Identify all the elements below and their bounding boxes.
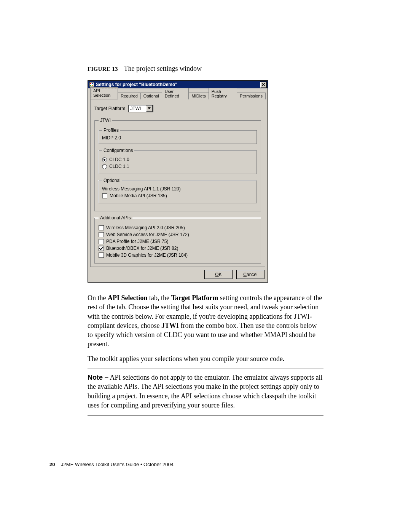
svg-rect-3: [90, 85, 91, 86]
checkbox-icon: [102, 193, 107, 198]
note-text: API selections do not apply to the emula…: [88, 374, 323, 409]
body-paragraph-2: The toolkit applies your selections when…: [88, 354, 323, 363]
radio-icon: [102, 157, 107, 162]
figure-label: FIGURE 13 The project settings window: [88, 65, 323, 73]
close-icon: [262, 83, 265, 86]
chevron-down-icon[interactable]: [146, 105, 153, 112]
jtwi-group: JTWI Profiles MIDP 2.0 Configurations CL…: [94, 118, 261, 211]
tab-optional[interactable]: Optional: [140, 93, 162, 99]
configurations-group: Configurations CLDC 1.0 CLDC 1.1: [99, 148, 257, 174]
tab-api-selection[interactable]: API Selection: [90, 87, 118, 99]
ok-button[interactable]: OK: [204, 270, 233, 279]
check-label: PDA Profile for J2ME (JSR 75): [106, 239, 168, 244]
body-paragraph-1: On the API Selection tab, the Target Pla…: [88, 293, 323, 349]
checkbox-icon: [99, 232, 104, 237]
svg-rect-2: [92, 83, 93, 84]
radio-label: CLDC 1.0: [109, 157, 129, 162]
horizontal-rule: [88, 369, 323, 369]
tab-required[interactable]: Required: [118, 93, 141, 99]
radio-cldc-1-0[interactable]: CLDC 1.0: [102, 157, 253, 162]
svg-rect-0: [89, 82, 94, 87]
page-number: 20: [49, 462, 55, 467]
tab-user-defined[interactable]: User Defined: [162, 88, 189, 99]
tab-midlets[interactable]: MIDlets: [188, 93, 209, 99]
check-mmapi[interactable]: Mobile Media API (JSR 135): [102, 193, 253, 198]
checkbox-icon: [99, 246, 104, 251]
radio-cldc-1-1[interactable]: CLDC 1.1: [102, 164, 253, 169]
check-mobile-3d[interactable]: Mobile 3D Graphics for J2ME (JSR 184): [99, 252, 257, 258]
check-label: Bluetooth/OBEX for J2ME (JSR 82): [106, 246, 178, 251]
check-web-service[interactable]: Web Service Access for J2ME (JSR 172): [99, 232, 257, 237]
check-bluetooth-obex[interactable]: Bluetooth/OBEX for J2ME (JSR 82): [99, 246, 257, 251]
optional-group: Optional Wireless Messaging API 1.1 (JSR…: [99, 178, 257, 203]
additional-apis-legend: Additional APIs: [99, 215, 132, 220]
figure-caption: The project settings window: [124, 65, 202, 72]
dialog-title: Settings for project "BluetoothDemo": [96, 82, 260, 87]
svg-rect-1: [90, 83, 91, 84]
note-paragraph: Note – API selections do not apply to th…: [88, 373, 323, 410]
checkbox-icon: [99, 225, 104, 230]
tab-push-registry[interactable]: Push Registry: [209, 88, 237, 99]
profiles-legend: Profiles: [102, 128, 120, 133]
dialog-button-row: OK Cancel: [88, 267, 268, 282]
close-button[interactable]: [260, 81, 267, 88]
check-label: Mobile Media API (JSR 135): [110, 193, 167, 198]
tab-permissions[interactable]: Permissions: [237, 93, 266, 99]
note-label: Note –: [88, 374, 108, 381]
optional-static-line: Wireless Messaging API 1.1 (JSR 120): [102, 186, 253, 192]
profiles-value: MIDP 2.0: [102, 135, 253, 141]
additional-apis-group: Additional APIs Wireless Messaging API 2…: [94, 215, 261, 264]
configurations-legend: Configurations: [102, 148, 134, 153]
target-platform-value: JTWI: [129, 106, 145, 111]
horizontal-rule: [88, 415, 323, 415]
checkbox-icon: [99, 252, 104, 258]
svg-marker-7: [148, 107, 151, 109]
page-footer: 20 J2ME Wireless Toolkit User's Guide • …: [49, 462, 174, 467]
target-platform-label: Target Platform: [94, 106, 125, 111]
figure-number: FIGURE 13: [88, 66, 118, 72]
jtwi-legend: JTWI: [99, 118, 112, 123]
check-wma-2-0[interactable]: Wireless Messaging API 2.0 (JSR 205): [99, 225, 257, 230]
footer-text: J2ME Wireless Toolkit User's Guide • Oct…: [61, 462, 174, 467]
optional-legend: Optional: [102, 178, 122, 183]
radio-label: CLDC 1.1: [109, 164, 129, 169]
target-platform-combo[interactable]: JTWI: [128, 105, 153, 112]
tabstrip: API Selection Required Optional User Def…: [90, 91, 265, 99]
check-pda-profile[interactable]: PDA Profile for J2ME (JSR 75): [99, 239, 257, 244]
check-label: Mobile 3D Graphics for J2ME (JSR 184): [106, 252, 188, 258]
tab-page-api-selection: Target Platform JTWI JTWI Profiles MIDP …: [90, 99, 265, 267]
check-label: Wireless Messaging API 2.0 (JSR 205): [106, 225, 185, 230]
svg-rect-4: [92, 85, 93, 86]
check-label: Web Service Access for J2ME (JSR 172): [106, 232, 189, 237]
settings-dialog: Settings for project "BluetoothDemo" API…: [88, 80, 268, 283]
app-icon: [89, 82, 94, 87]
profiles-group: Profiles MIDP 2.0: [99, 128, 257, 144]
checkbox-icon: [99, 239, 104, 244]
cancel-button[interactable]: Cancel: [236, 270, 264, 279]
radio-icon: [102, 164, 107, 169]
